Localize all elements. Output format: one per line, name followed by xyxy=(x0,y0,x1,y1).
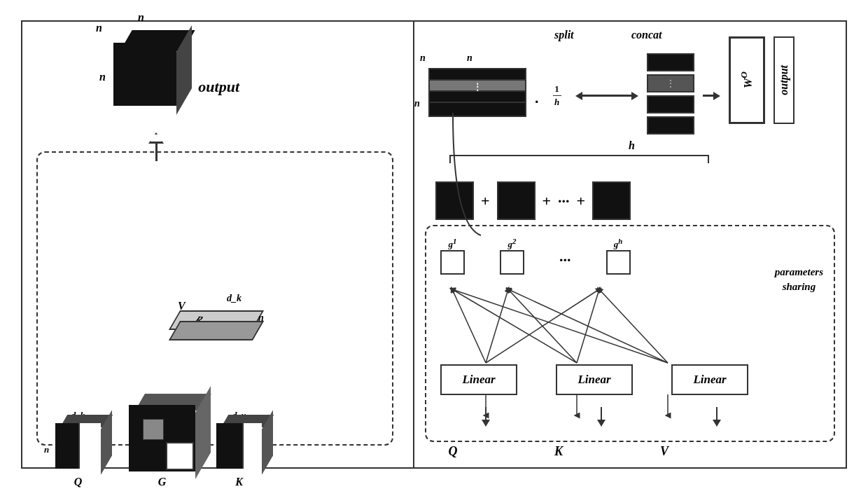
top-row: n n n ⋮ · 1 h xyxy=(428,46,794,135)
right-panel: split concat n n n ⋮ · 1 h xyxy=(414,22,846,467)
h-brace-line xyxy=(449,155,709,156)
g1-label: g1 xyxy=(449,237,457,250)
svg-line-0 xyxy=(452,289,486,363)
gh-cube xyxy=(606,250,631,275)
linear-box-1: Linear xyxy=(440,364,517,395)
q-cube-front xyxy=(55,423,101,469)
k-cube-wrap: d_v n K xyxy=(216,410,262,488)
g-cube-outer xyxy=(129,405,195,471)
mid-cube-1 xyxy=(435,181,474,220)
g-cube-wrap: G xyxy=(129,405,195,488)
split-label: split xyxy=(554,29,574,41)
v-arrow-head xyxy=(713,420,721,427)
v-bottom-label: V xyxy=(650,444,678,459)
frac-line xyxy=(553,95,561,97)
k-arrow-head xyxy=(597,420,606,427)
g2-cube xyxy=(500,250,524,275)
svg-line-8 xyxy=(599,289,668,363)
q-cube-wrap: d_k n Q xyxy=(55,410,101,488)
frac-den: h xyxy=(554,97,559,108)
linear-boxes-row: Linear Linear Linear xyxy=(440,364,748,395)
output-cube: n n n xyxy=(113,43,176,106)
n-rp-left: n xyxy=(414,98,420,109)
params-line-2: sharing xyxy=(783,281,816,292)
svg-line-3 xyxy=(452,289,577,363)
n-label-top-left: n xyxy=(96,22,102,34)
h-brace: h xyxy=(428,155,835,176)
g2-label: g2 xyxy=(508,237,517,250)
g-cube-front xyxy=(129,405,195,471)
gh-node-wrap: gh xyxy=(606,237,631,275)
svg-line-7 xyxy=(508,289,668,363)
g-label: G xyxy=(158,476,167,488)
linear-label-3: Linear xyxy=(693,373,726,387)
n-para-label: n xyxy=(258,312,264,324)
cube-front-face xyxy=(113,43,176,106)
svg-line-5 xyxy=(577,289,599,363)
q-cube-white xyxy=(78,423,101,469)
left-panel: n n n output V d_k R xyxy=(22,22,414,467)
k-arrow-wrap xyxy=(563,407,640,427)
mid-cube-2 xyxy=(497,181,536,220)
bidir-arrow xyxy=(575,92,638,100)
k-cube-white xyxy=(242,423,262,469)
svg-line-4 xyxy=(508,289,577,363)
k-cube xyxy=(216,423,262,469)
output-cube-area: n n n output xyxy=(113,43,176,109)
g-cube-white xyxy=(166,442,194,470)
out-block-4 xyxy=(647,116,694,135)
arrow-head xyxy=(148,132,164,144)
g-inner-cube xyxy=(143,419,164,440)
q-arrow-wrap xyxy=(447,407,524,427)
k-arrow-shaft xyxy=(601,407,602,420)
dk-label: d_k xyxy=(227,293,241,304)
fraction: 1 h xyxy=(547,83,567,109)
r-parallelogram: R xyxy=(174,310,258,330)
h-brace-right xyxy=(708,155,709,163)
qkv-labels-row: Q K V xyxy=(439,444,678,459)
q-cube xyxy=(55,423,101,469)
linear-label-2: Linear xyxy=(578,373,610,387)
v-arrow-shaft xyxy=(716,407,718,420)
dot-multiply: · xyxy=(535,92,539,111)
linear-label-1: Linear xyxy=(462,373,495,387)
k-bottom-label: K xyxy=(545,444,573,459)
svg-line-6 xyxy=(452,289,668,363)
n-q-label: n xyxy=(44,444,49,455)
qkv-arrows xyxy=(447,407,755,427)
svg-line-2 xyxy=(486,289,599,363)
out-block-2: ⋮ xyxy=(647,74,694,92)
para-shape-bot xyxy=(169,321,264,340)
linear-box-3: Linear xyxy=(671,364,748,395)
arrow-line-h xyxy=(582,95,631,97)
wo-box: WO xyxy=(729,36,765,124)
svg-line-1 xyxy=(486,289,508,363)
h-label: h xyxy=(629,139,635,152)
n-label-left: n xyxy=(99,71,106,83)
output-stacks: ⋮ xyxy=(647,53,694,135)
q-arrow-head xyxy=(482,420,490,427)
k-cube-front xyxy=(216,423,262,469)
mid-cubes-row: + + ··· + xyxy=(428,181,835,220)
k-label: K xyxy=(235,476,243,488)
output-label: output xyxy=(198,78,239,96)
n-rp-topleft: n xyxy=(420,53,426,64)
mid-cube-3 xyxy=(592,181,631,220)
output-vert-label: output xyxy=(778,65,790,95)
gh-label: gh xyxy=(614,237,623,250)
output-vert-box: output xyxy=(774,36,794,124)
dots-mid: ··· xyxy=(558,192,570,210)
main-container: n n n output V d_k R xyxy=(21,20,847,469)
q-label: Q xyxy=(74,476,83,488)
n-rp-top: n xyxy=(467,53,472,64)
arrow-wo-head xyxy=(713,92,720,100)
out-block-1 xyxy=(647,53,694,71)
g-dots: ··· xyxy=(559,251,571,275)
layer-stack: n n n ⋮ xyxy=(428,68,526,113)
bottom-cubes: d_k n Q xyxy=(55,405,262,488)
arrow-line-to-wo xyxy=(703,95,713,97)
wo-label: WO xyxy=(738,71,755,88)
h-brace-left xyxy=(449,155,451,163)
out-block-3 xyxy=(647,95,694,113)
g-nodes-row: g1 g2 ··· gh xyxy=(440,237,631,275)
